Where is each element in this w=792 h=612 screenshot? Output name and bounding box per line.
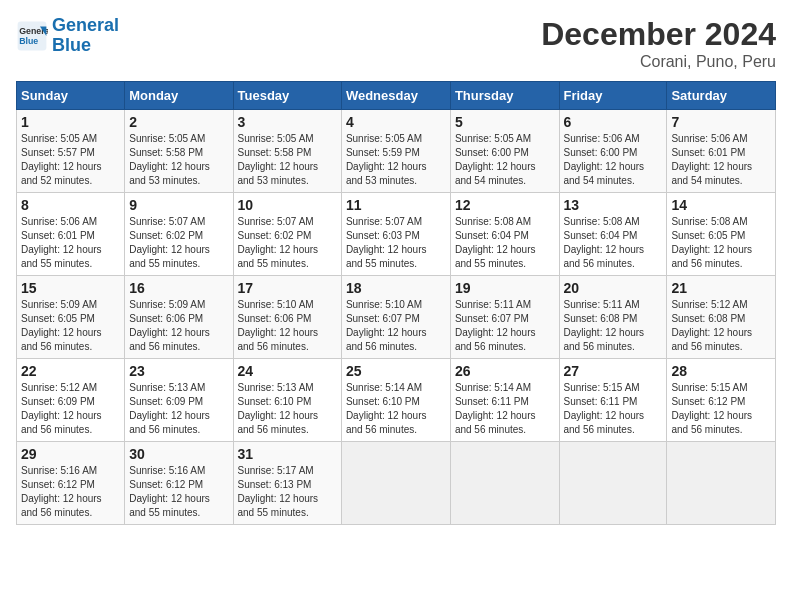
- calendar-cell: 23Sunrise: 5:13 AM Sunset: 6:09 PM Dayli…: [125, 359, 233, 442]
- day-number: 13: [564, 197, 663, 213]
- day-info: Sunrise: 5:10 AM Sunset: 6:07 PM Dayligh…: [346, 298, 446, 354]
- day-info: Sunrise: 5:17 AM Sunset: 6:13 PM Dayligh…: [238, 464, 337, 520]
- day-number: 10: [238, 197, 337, 213]
- month-title: December 2024: [541, 16, 776, 53]
- calendar-cell: 26Sunrise: 5:14 AM Sunset: 6:11 PM Dayli…: [450, 359, 559, 442]
- calendar-cell: 10Sunrise: 5:07 AM Sunset: 6:02 PM Dayli…: [233, 193, 341, 276]
- day-number: 26: [455, 363, 555, 379]
- calendar-cell: 4Sunrise: 5:05 AM Sunset: 5:59 PM Daylig…: [341, 110, 450, 193]
- calendar-cell: 30Sunrise: 5:16 AM Sunset: 6:12 PM Dayli…: [125, 442, 233, 525]
- day-number: 15: [21, 280, 120, 296]
- day-info: Sunrise: 5:09 AM Sunset: 6:05 PM Dayligh…: [21, 298, 120, 354]
- day-info: Sunrise: 5:06 AM Sunset: 6:01 PM Dayligh…: [671, 132, 771, 188]
- day-info: Sunrise: 5:08 AM Sunset: 6:05 PM Dayligh…: [671, 215, 771, 271]
- calendar-cell: 15Sunrise: 5:09 AM Sunset: 6:05 PM Dayli…: [17, 276, 125, 359]
- day-number: 27: [564, 363, 663, 379]
- day-info: Sunrise: 5:07 AM Sunset: 6:02 PM Dayligh…: [238, 215, 337, 271]
- calendar-cell: 24Sunrise: 5:13 AM Sunset: 6:10 PM Dayli…: [233, 359, 341, 442]
- calendar-cell: 11Sunrise: 5:07 AM Sunset: 6:03 PM Dayli…: [341, 193, 450, 276]
- day-info: Sunrise: 5:13 AM Sunset: 6:09 PM Dayligh…: [129, 381, 228, 437]
- header-cell-saturday: Saturday: [667, 82, 776, 110]
- calendar-header-row: SundayMondayTuesdayWednesdayThursdayFrid…: [17, 82, 776, 110]
- day-info: Sunrise: 5:05 AM Sunset: 5:59 PM Dayligh…: [346, 132, 446, 188]
- calendar-cell: 13Sunrise: 5:08 AM Sunset: 6:04 PM Dayli…: [559, 193, 667, 276]
- calendar-cell: 6Sunrise: 5:06 AM Sunset: 6:00 PM Daylig…: [559, 110, 667, 193]
- header-cell-thursday: Thursday: [450, 82, 559, 110]
- header-cell-friday: Friday: [559, 82, 667, 110]
- calendar-table: SundayMondayTuesdayWednesdayThursdayFrid…: [16, 81, 776, 525]
- calendar-cell: 28Sunrise: 5:15 AM Sunset: 6:12 PM Dayli…: [667, 359, 776, 442]
- calendar-cell: 17Sunrise: 5:10 AM Sunset: 6:06 PM Dayli…: [233, 276, 341, 359]
- calendar-cell: 27Sunrise: 5:15 AM Sunset: 6:11 PM Dayli…: [559, 359, 667, 442]
- day-number: 5: [455, 114, 555, 130]
- calendar-cell: 5Sunrise: 5:05 AM Sunset: 6:00 PM Daylig…: [450, 110, 559, 193]
- header-cell-monday: Monday: [125, 82, 233, 110]
- calendar-week-3: 15Sunrise: 5:09 AM Sunset: 6:05 PM Dayli…: [17, 276, 776, 359]
- day-number: 7: [671, 114, 771, 130]
- day-info: Sunrise: 5:16 AM Sunset: 6:12 PM Dayligh…: [129, 464, 228, 520]
- calendar-body: 1Sunrise: 5:05 AM Sunset: 5:57 PM Daylig…: [17, 110, 776, 525]
- calendar-cell: 9Sunrise: 5:07 AM Sunset: 6:02 PM Daylig…: [125, 193, 233, 276]
- day-info: Sunrise: 5:14 AM Sunset: 6:10 PM Dayligh…: [346, 381, 446, 437]
- calendar-cell: 25Sunrise: 5:14 AM Sunset: 6:10 PM Dayli…: [341, 359, 450, 442]
- day-number: 9: [129, 197, 228, 213]
- day-number: 17: [238, 280, 337, 296]
- calendar-cell: 19Sunrise: 5:11 AM Sunset: 6:07 PM Dayli…: [450, 276, 559, 359]
- calendar-cell: 3Sunrise: 5:05 AM Sunset: 5:58 PM Daylig…: [233, 110, 341, 193]
- calendar-cell: 14Sunrise: 5:08 AM Sunset: 6:05 PM Dayli…: [667, 193, 776, 276]
- day-info: Sunrise: 5:07 AM Sunset: 6:03 PM Dayligh…: [346, 215, 446, 271]
- day-number: 4: [346, 114, 446, 130]
- day-number: 25: [346, 363, 446, 379]
- day-info: Sunrise: 5:16 AM Sunset: 6:12 PM Dayligh…: [21, 464, 120, 520]
- day-info: Sunrise: 5:11 AM Sunset: 6:08 PM Dayligh…: [564, 298, 663, 354]
- day-info: Sunrise: 5:05 AM Sunset: 5:57 PM Dayligh…: [21, 132, 120, 188]
- day-number: 28: [671, 363, 771, 379]
- day-info: Sunrise: 5:14 AM Sunset: 6:11 PM Dayligh…: [455, 381, 555, 437]
- day-info: Sunrise: 5:05 AM Sunset: 5:58 PM Dayligh…: [238, 132, 337, 188]
- day-info: Sunrise: 5:09 AM Sunset: 6:06 PM Dayligh…: [129, 298, 228, 354]
- calendar-week-5: 29Sunrise: 5:16 AM Sunset: 6:12 PM Dayli…: [17, 442, 776, 525]
- calendar-week-2: 8Sunrise: 5:06 AM Sunset: 6:01 PM Daylig…: [17, 193, 776, 276]
- day-number: 18: [346, 280, 446, 296]
- day-info: Sunrise: 5:12 AM Sunset: 6:08 PM Dayligh…: [671, 298, 771, 354]
- day-number: 30: [129, 446, 228, 462]
- day-info: Sunrise: 5:08 AM Sunset: 6:04 PM Dayligh…: [564, 215, 663, 271]
- calendar-cell: [667, 442, 776, 525]
- day-number: 31: [238, 446, 337, 462]
- day-number: 19: [455, 280, 555, 296]
- calendar-cell: 7Sunrise: 5:06 AM Sunset: 6:01 PM Daylig…: [667, 110, 776, 193]
- day-number: 23: [129, 363, 228, 379]
- header-cell-sunday: Sunday: [17, 82, 125, 110]
- day-number: 21: [671, 280, 771, 296]
- day-info: Sunrise: 5:05 AM Sunset: 5:58 PM Dayligh…: [129, 132, 228, 188]
- day-info: Sunrise: 5:07 AM Sunset: 6:02 PM Dayligh…: [129, 215, 228, 271]
- calendar-cell: 31Sunrise: 5:17 AM Sunset: 6:13 PM Dayli…: [233, 442, 341, 525]
- calendar-cell: 22Sunrise: 5:12 AM Sunset: 6:09 PM Dayli…: [17, 359, 125, 442]
- calendar-cell: 16Sunrise: 5:09 AM Sunset: 6:06 PM Dayli…: [125, 276, 233, 359]
- calendar-cell: 18Sunrise: 5:10 AM Sunset: 6:07 PM Dayli…: [341, 276, 450, 359]
- calendar-week-4: 22Sunrise: 5:12 AM Sunset: 6:09 PM Dayli…: [17, 359, 776, 442]
- day-info: Sunrise: 5:08 AM Sunset: 6:04 PM Dayligh…: [455, 215, 555, 271]
- day-number: 24: [238, 363, 337, 379]
- calendar-cell: 20Sunrise: 5:11 AM Sunset: 6:08 PM Dayli…: [559, 276, 667, 359]
- day-info: Sunrise: 5:15 AM Sunset: 6:12 PM Dayligh…: [671, 381, 771, 437]
- title-block: December 2024 Corani, Puno, Peru: [541, 16, 776, 71]
- location-title: Corani, Puno, Peru: [541, 53, 776, 71]
- day-number: 6: [564, 114, 663, 130]
- calendar-cell: 8Sunrise: 5:06 AM Sunset: 6:01 PM Daylig…: [17, 193, 125, 276]
- day-info: Sunrise: 5:12 AM Sunset: 6:09 PM Dayligh…: [21, 381, 120, 437]
- day-info: Sunrise: 5:15 AM Sunset: 6:11 PM Dayligh…: [564, 381, 663, 437]
- day-number: 12: [455, 197, 555, 213]
- day-info: Sunrise: 5:06 AM Sunset: 6:00 PM Dayligh…: [564, 132, 663, 188]
- calendar-cell: 21Sunrise: 5:12 AM Sunset: 6:08 PM Dayli…: [667, 276, 776, 359]
- calendar-cell: 12Sunrise: 5:08 AM Sunset: 6:04 PM Dayli…: [450, 193, 559, 276]
- header-cell-tuesday: Tuesday: [233, 82, 341, 110]
- day-number: 11: [346, 197, 446, 213]
- calendar-cell: 29Sunrise: 5:16 AM Sunset: 6:12 PM Dayli…: [17, 442, 125, 525]
- day-number: 14: [671, 197, 771, 213]
- logo-icon: General Blue: [16, 20, 48, 52]
- calendar-cell: [450, 442, 559, 525]
- svg-text:Blue: Blue: [19, 36, 38, 46]
- day-number: 1: [21, 114, 120, 130]
- day-number: 29: [21, 446, 120, 462]
